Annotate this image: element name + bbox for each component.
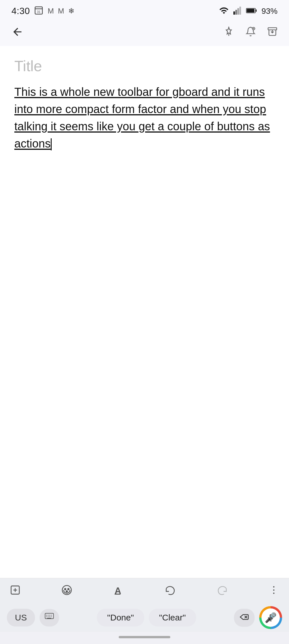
status-bar: 4:30 31 M M ❄ [0,0,289,20]
svg-rect-42 [270,614,272,618]
home-indicator [0,632,289,644]
svg-point-23 [68,588,69,590]
signal-icon [233,7,241,16]
text-cursor [51,138,52,150]
note-body[interactable]: This is a whole new toolbar for gboard a… [14,83,275,152]
backspace-button[interactable] [234,609,255,627]
status-right: 93% [219,7,278,16]
svg-point-28 [273,589,275,591]
gmail-icon-1: M [48,7,54,15]
redo-toolbar-button[interactable] [216,583,229,599]
add-toolbar-button[interactable] [9,583,22,599]
svg-point-29 [273,593,275,594]
wifi-icon [219,7,229,16]
svg-rect-4 [235,10,237,15]
gmail-icon-2: M [58,7,64,15]
archive-button[interactable] [267,26,278,39]
svg-rect-5 [237,8,239,14]
battery-icon [246,7,257,15]
note-title-placeholder[interactable]: Title [14,57,275,75]
suggestion-pills: "Done" "Clear" [64,609,229,626]
note-area[interactable]: Title This is a whole new toolbar for gb… [0,46,289,578]
svg-rect-30 [45,613,53,619]
home-bar [119,636,170,638]
keyboard-toggle-button[interactable] [40,609,59,626]
undo-toolbar-button[interactable] [164,583,177,599]
svg-rect-9 [247,9,254,12]
suggestion-done[interactable]: "Done" [97,609,144,626]
keyboard-toolbar: A [0,578,289,603]
note-content: This is a whole new toolbar for gboard a… [14,86,270,150]
palette-toolbar-button[interactable] [60,583,73,599]
svg-point-24 [66,591,68,592]
back-button[interactable] [11,26,24,40]
svg-rect-6 [239,7,241,15]
keyboard-suggestion-row: US "Done" "Clear" [0,603,289,632]
pin-button[interactable] [224,26,234,39]
battery-percentage: 93% [261,7,278,16]
suggestion-clear[interactable]: "Clear" [149,609,196,626]
top-bar-right [224,26,278,39]
status-left: 4:30 31 M M ❄ [11,5,75,17]
mic-button[interactable] [259,606,282,629]
snowflake-icon: ❄ [68,7,75,15]
more-toolbar-button[interactable] [267,583,280,599]
svg-point-27 [273,586,275,588]
mic-button-inner [261,608,280,627]
top-action-bar [0,20,289,46]
bell-add-button[interactable] [245,26,256,39]
status-time: 4:30 [11,6,30,16]
language-selector[interactable]: US [7,609,35,626]
svg-text:31: 31 [37,10,41,13]
svg-rect-8 [256,9,257,12]
top-bar-left [11,26,24,40]
svg-point-22 [65,588,66,590]
svg-rect-16 [268,28,277,30]
svg-rect-3 [233,11,235,14]
text-format-toolbar-button[interactable]: A [112,583,125,599]
calendar-icon: 31 [34,5,44,17]
